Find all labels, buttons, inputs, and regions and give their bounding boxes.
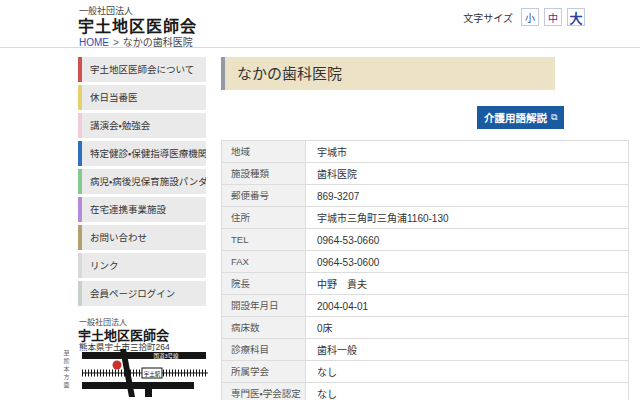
sidebar-item-home-care[interactable]: 在宅連携事業施設 <box>78 197 206 222</box>
field-value: なし <box>306 383 629 400</box>
table-row: FAX 0964-53-0600 <box>222 251 629 273</box>
table-row: 診療科目 歯科一般 <box>222 339 629 361</box>
map-road-stub <box>145 389 152 397</box>
field-label: 開設年月日 <box>222 295 306 317</box>
sidebar-item-health-checkup[interactable]: 特定健診・保健指導医療機関 <box>78 141 206 166</box>
sidebar-item-about[interactable]: 宇土地区医師会について <box>78 57 206 82</box>
access-map: 至熊本方面 国道3号線 宇土駅 <box>62 349 208 397</box>
table-row: 院長 中野 貴夫 <box>222 273 629 295</box>
field-label: FAX <box>222 251 306 273</box>
sidebar-item-holiday-doctor[interactable]: 休日当番医 <box>78 85 206 110</box>
font-size-small-button[interactable]: 小 <box>521 8 539 26</box>
field-value: 0床 <box>306 317 629 339</box>
sidebar-item-links[interactable]: リンク <box>78 253 206 278</box>
table-row: 病床数 0床 <box>222 317 629 339</box>
field-label: 施設種類 <box>222 163 306 185</box>
field-value: なし <box>306 361 629 383</box>
field-label: 地域 <box>222 141 306 163</box>
field-value: 0964-53-0660 <box>306 229 629 251</box>
map-road-label: 国道3号線 <box>153 352 179 360</box>
field-label: TEL <box>222 229 306 251</box>
page: 一般社団法人 宇土地区医師会 文字サイズ 小 中 大 HOME>なかの歯科医院 … <box>0 0 640 400</box>
field-label: 病床数 <box>222 317 306 339</box>
field-value: 869-3207 <box>306 185 629 207</box>
map-direction-label: 至熊本方面 <box>62 350 71 396</box>
field-value: 歯科一般 <box>306 339 629 361</box>
map-road-bottom <box>82 382 194 389</box>
table-row: 所属学会 なし <box>222 361 629 383</box>
field-value: 宇城市 <box>306 141 629 163</box>
table-row: 郵便番号 869-3207 <box>222 185 629 207</box>
sidebar-nav: 宇土地区医師会について 休日当番医 講演会・勉強会 特定健診・保健指導医療機関 … <box>78 57 206 309</box>
field-value: 宇城市三角町三角浦1160-130 <box>306 207 629 229</box>
field-label: 郵便番号 <box>222 185 306 207</box>
sidebar-item-lectures[interactable]: 講演会・勉強会 <box>78 113 206 138</box>
field-label: 専門医・学会認定医の名称 <box>222 383 306 400</box>
field-value: 0964-53-0600 <box>306 251 629 273</box>
table-row: 施設種類 歯科医院 <box>222 163 629 185</box>
field-value: 中野 貴夫 <box>306 273 629 295</box>
field-label: 院長 <box>222 273 306 295</box>
font-size-medium-button[interactable]: 中 <box>544 8 562 26</box>
external-link-icon: ⧉ <box>551 112 557 123</box>
field-value: 2004-04-01 <box>306 295 629 317</box>
facility-info-table: 地域 宇城市 施設種類 歯科医院 郵便番号 869-3207 住所 宇城市三角町… <box>221 140 629 400</box>
map-station-label: 宇土駅 <box>144 370 161 378</box>
sidebar-item-member-login[interactable]: 会員ページログイン <box>78 281 206 306</box>
font-size-large-button[interactable]: 大 <box>567 8 585 26</box>
table-row: 住所 宇城市三角町三角浦1160-130 <box>222 207 629 229</box>
care-glossary-button[interactable]: 介護用語解説 ⧉ <box>477 106 564 129</box>
map-road-top <box>82 352 206 359</box>
table-row: TEL 0964-53-0660 <box>222 229 629 251</box>
table-row: 開設年月日 2004-04-01 <box>222 295 629 317</box>
page-title: なかの歯科医院 <box>221 57 555 90</box>
field-label: 住所 <box>222 207 306 229</box>
field-label: 診療科目 <box>222 339 306 361</box>
field-value: 歯科医院 <box>306 163 629 185</box>
access-map-graphic: 国道3号線 宇土駅 <box>78 349 208 397</box>
table-row: 地域 宇城市 <box>222 141 629 163</box>
sidebar-item-childcare[interactable]: 病児・病後児保育施設パンダ <box>78 169 206 194</box>
header-divider <box>0 47 640 48</box>
table-row: 専門医・学会認定医の名称 なし <box>222 383 629 400</box>
font-size-label: 文字サイズ <box>463 10 513 25</box>
field-label: 所属学会 <box>222 361 306 383</box>
care-glossary-button-label: 介護用語解説 <box>484 110 547 125</box>
location-marker-icon <box>113 361 122 370</box>
sidebar-item-contact[interactable]: お問い合わせ <box>78 225 206 250</box>
font-size-control: 文字サイズ 小 中 大 <box>463 8 585 26</box>
